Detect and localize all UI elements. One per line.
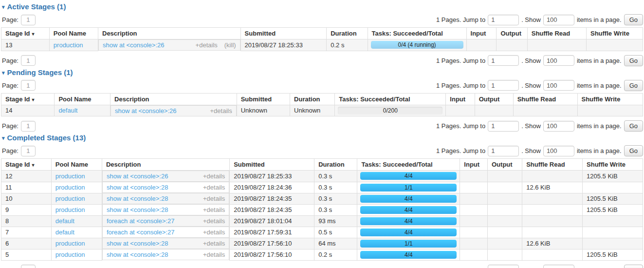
go-button[interactable]: Go	[624, 120, 643, 132]
col-header-description[interactable]: Description	[102, 159, 229, 171]
items-per-page-label: items in a page.	[577, 122, 622, 130]
col-header-shuffle-read[interactable]: Shuffle Read	[527, 28, 586, 39]
completed-stages-section: ▾Completed Stages (13) Page: 1 Pages. Ju…	[1, 134, 643, 268]
pool-link[interactable]: production	[55, 240, 85, 247]
pool-link[interactable]: default	[55, 229, 74, 236]
col-header-pool-name[interactable]: Pool Name	[49, 28, 98, 39]
details-toggle[interactable]: +details	[203, 183, 225, 191]
col-header-pool-name[interactable]: Pool Name	[55, 93, 110, 105]
jump-to-input[interactable]	[488, 121, 519, 132]
description-link[interactable]: show at <console>:28	[107, 250, 168, 259]
go-button[interactable]: Go	[624, 145, 643, 156]
jump-to-input[interactable]	[488, 146, 519, 156]
col-header-input[interactable]: Input	[446, 93, 475, 105]
page-input[interactable]	[21, 265, 36, 268]
section-header-pending-stages[interactable]: ▾Pending Stages (1)	[2, 68, 643, 77]
go-button[interactable]: Go	[624, 80, 643, 91]
pagination-row: Page: 1 Pages. Jump to . Show items in a…	[1, 265, 643, 268]
page-input[interactable]	[21, 55, 36, 66]
col-header-shuffle-read[interactable]: Shuffle Read	[513, 93, 577, 105]
section-header-completed-stages[interactable]: ▾Completed Stages (13)	[2, 134, 643, 142]
col-header-description[interactable]: Description	[110, 93, 237, 105]
col-header-submitted[interactable]: Submitted	[230, 159, 314, 171]
col-header-duration[interactable]: Duration	[327, 28, 368, 39]
show-count-input[interactable]	[543, 146, 574, 156]
col-header-input[interactable]: Input	[460, 159, 488, 171]
col-header-shuffle-write[interactable]: Shuffle Write	[586, 28, 643, 39]
page-input[interactable]	[21, 146, 36, 156]
show-count-input[interactable]	[543, 265, 574, 268]
page-input[interactable]	[21, 15, 36, 25]
details-toggle[interactable]: +details	[203, 239, 225, 248]
col-header-output[interactable]: Output	[488, 159, 522, 171]
stage-row: 5productionshow at <console>:28+details2…	[1, 249, 643, 260]
col-header-description[interactable]: Description	[98, 28, 241, 39]
col-header-submitted[interactable]: Submitted	[240, 28, 327, 39]
col-header-stage-id[interactable]: Stage Id▾	[1, 28, 50, 39]
details-toggle[interactable]: +details	[203, 228, 225, 236]
col-header-input[interactable]: Input	[466, 28, 497, 39]
col-header-output[interactable]: Output	[475, 93, 513, 105]
show-count-input[interactable]	[543, 121, 574, 132]
submitted-cell: 2019/08/27 18:24:35	[230, 193, 314, 204]
pool-link[interactable]: production	[55, 251, 85, 258]
description-link[interactable]: foreach at <console>:27	[107, 228, 175, 236]
submitted-cell: 2019/08/27 18:25:33	[230, 171, 314, 182]
jump-to-input[interactable]	[488, 15, 519, 25]
tasks-progress-label: 1/1	[360, 240, 457, 248]
show-count-input[interactable]	[543, 15, 574, 25]
jump-to-input[interactable]	[488, 55, 519, 66]
description-link[interactable]: show at <console>:26	[115, 107, 176, 115]
pool-link[interactable]: default	[58, 107, 77, 114]
jump-to-input[interactable]	[488, 80, 519, 91]
pool-link[interactable]: production	[55, 195, 85, 202]
section-header-active-stages[interactable]: ▾Active Stages (1)	[2, 2, 643, 11]
go-button[interactable]: Go	[624, 14, 643, 25]
show-count-input[interactable]	[543, 80, 574, 91]
pagination-row: Page: 1 Pages. Jump to . Show items in a…	[1, 55, 643, 66]
page-input[interactable]	[21, 80, 36, 91]
description-link[interactable]: foreach at <console>:27	[107, 217, 175, 225]
description-link[interactable]: show at <console>:28	[107, 239, 168, 248]
details-toggle[interactable]: +details	[203, 206, 225, 214]
description-link[interactable]: show at <console>:28	[107, 206, 168, 214]
go-button[interactable]: Go	[624, 265, 643, 268]
go-button[interactable]: Go	[624, 55, 643, 66]
kill-link[interactable]: (kill)	[224, 41, 236, 49]
description-link[interactable]: show at <console>:26	[103, 41, 164, 49]
tasks-progress-label: 4/4	[360, 206, 457, 214]
col-header-shuffle-read[interactable]: Shuffle Read	[522, 159, 583, 171]
pool-link[interactable]: production	[54, 41, 83, 49]
page-input[interactable]	[21, 121, 36, 132]
col-header-shuffle-write[interactable]: Shuffle Write	[583, 159, 643, 171]
description-link[interactable]: show at <console>:28	[107, 183, 168, 191]
pool-link[interactable]: production	[55, 184, 85, 191]
details-toggle[interactable]: +details	[203, 194, 225, 203]
col-header-shuffle-write[interactable]: Shuffle Write	[577, 93, 643, 105]
details-toggle[interactable]: +details	[210, 107, 232, 115]
pool-link[interactable]: production	[55, 172, 85, 180]
pool-link[interactable]: default	[55, 217, 74, 225]
col-header-duration[interactable]: Duration	[314, 159, 357, 171]
description-link[interactable]: show at <console>:26	[107, 172, 168, 180]
col-header-submitted[interactable]: Submitted	[237, 93, 290, 105]
col-header-stage-id[interactable]: Stage Id▾	[1, 93, 55, 105]
details-toggle[interactable]: +details	[203, 217, 225, 225]
show-label: . Show	[521, 82, 541, 89]
show-count-input[interactable]	[543, 55, 574, 66]
pages-count-label: 1 Pages. Jump to	[436, 122, 485, 130]
col-header-stage-id[interactable]: Stage Id▾	[1, 159, 52, 171]
details-toggle[interactable]: +details	[203, 250, 225, 259]
details-toggle[interactable]: +details	[203, 172, 225, 180]
details-toggle[interactable]: +details	[196, 41, 218, 49]
col-header-tasks[interactable]: Tasks: Succeeded/Total	[357, 159, 460, 171]
col-header-pool-name[interactable]: Pool Name	[51, 159, 102, 171]
col-header-output[interactable]: Output	[497, 28, 527, 39]
jump-to-input[interactable]	[488, 265, 519, 268]
col-header-tasks[interactable]: Tasks: Succeeded/Total	[368, 28, 466, 39]
pool-link[interactable]: production	[55, 206, 85, 213]
col-header-tasks[interactable]: Tasks: Succeeded/Total	[335, 93, 446, 105]
description-link[interactable]: show at <console>:28	[107, 194, 168, 203]
duration-cell: 0.3 s	[314, 204, 357, 215]
col-header-duration[interactable]: Duration	[290, 93, 335, 105]
